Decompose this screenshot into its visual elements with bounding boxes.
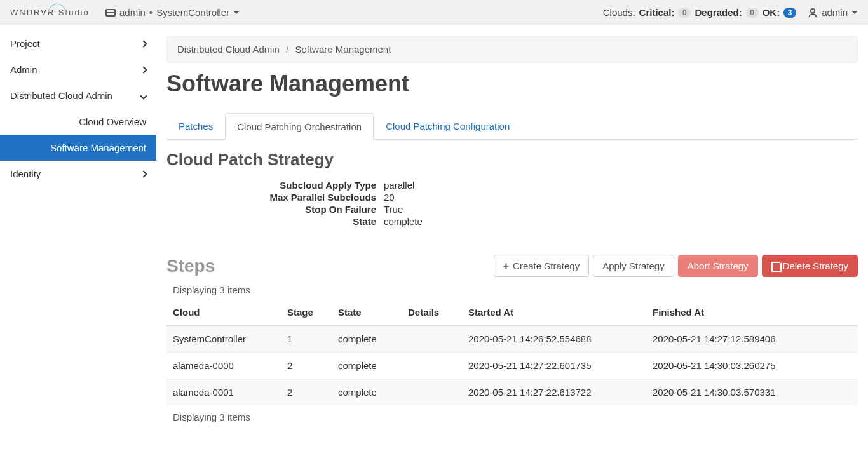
cell-started: 2020-05-21 14:27:22.601735 <box>462 353 646 379</box>
cell-stage: 2 <box>281 353 332 379</box>
degraded-label: Degraded: <box>695 7 742 18</box>
create-strategy-button[interactable]: + Create Strategy <box>494 255 589 277</box>
tab-cloud-patching-orchestration[interactable]: Cloud Patching Orchestration <box>225 113 374 140</box>
cell-stage: 2 <box>281 379 332 406</box>
button-label: Delete Strategy <box>783 260 848 271</box>
cell-cloud: alameda-0001 <box>166 379 281 406</box>
sidebar-sub-software-management[interactable]: Software Management <box>0 135 156 161</box>
sidebar-item-label: Identity <box>10 168 41 179</box>
sidebar-sub-cloud-overview[interactable]: Cloud Overview <box>0 109 156 135</box>
sidebar-item-project[interactable]: Project <box>0 30 156 57</box>
col-cloud[interactable]: Cloud <box>166 299 281 326</box>
apply-strategy-button[interactable]: Apply Strategy <box>593 255 674 277</box>
domain-user: admin <box>119 7 146 18</box>
clouds-label: Clouds: <box>603 7 635 18</box>
cell-finished: 2020-05-21 14:30:03.570331 <box>646 379 858 406</box>
cell-state: complete <box>332 353 402 379</box>
cell-details <box>402 353 462 379</box>
button-row: + Create Strategy Apply Strategy Abort S… <box>494 255 858 277</box>
tab-cloud-patching-configuration[interactable]: Cloud Patching Configuration <box>374 112 522 139</box>
user-menu[interactable]: admin <box>808 7 858 18</box>
cloud-status: Clouds: Critical: 0 Degraded: 0 OK: 3 <box>600 7 796 18</box>
breadcrumb-sep: / <box>286 44 288 55</box>
chevron-right-icon <box>140 66 147 73</box>
user-icon <box>808 8 818 18</box>
sidebar-item-distributed-cloud-admin[interactable]: Distributed Cloud Admin <box>0 83 156 109</box>
state-value: complete <box>384 216 858 227</box>
breadcrumb-current: Software Management <box>295 44 391 55</box>
sidebar-item-admin[interactable]: Admin <box>0 57 156 83</box>
item-count-bottom: Displaying 3 items <box>173 412 858 422</box>
plus-icon: + <box>503 262 509 271</box>
state-label: State <box>166 216 376 227</box>
steps-table: Cloud Stage State Details Started At Fin… <box>166 299 858 405</box>
ok-label: OK: <box>763 7 780 18</box>
cell-finished: 2020-05-21 14:30:03.260275 <box>646 353 858 379</box>
strategy-details: Subcloud Apply Type parallel Max Paralle… <box>166 180 858 227</box>
item-count-top: Displaying 3 items <box>173 285 858 295</box>
page-title: Software Management <box>166 71 858 97</box>
max-parallel-value: 20 <box>384 192 858 203</box>
col-started[interactable]: Started At <box>462 299 646 326</box>
tab-patches[interactable]: Patches <box>166 112 225 139</box>
cell-started: 2020-05-21 14:26:52.554688 <box>462 326 646 353</box>
chevron-down-icon <box>140 92 147 99</box>
sidebar-item-label: Admin <box>10 64 37 75</box>
col-details[interactable]: Details <box>402 299 462 326</box>
steps-header: Steps + Create Strategy Apply Strategy A… <box>166 255 858 277</box>
logo: WNDRVR Studio <box>10 8 105 17</box>
stop-on-failure-label: Stop On Failure <box>166 204 376 215</box>
cell-stage: 1 <box>281 326 332 353</box>
domain-icon <box>105 9 116 17</box>
caret-down-icon <box>851 11 858 14</box>
table-row[interactable]: alameda-00002complete2020-05-21 14:27:22… <box>166 353 858 379</box>
sidebar-item-label: Distributed Cloud Admin <box>10 90 112 101</box>
cell-cloud: alameda-0000 <box>166 353 281 379</box>
button-label: Create Strategy <box>513 260 580 271</box>
table-row[interactable]: SystemController1complete2020-05-21 14:2… <box>166 326 858 353</box>
critical-label: Critical: <box>639 7 675 18</box>
ok-count-badge: 3 <box>783 8 796 18</box>
topbar: WNDRVR Studio admin • SystemController C… <box>0 0 868 25</box>
chevron-right-icon <box>140 170 147 177</box>
max-parallel-label: Max Parallel Subclouds <box>166 192 376 203</box>
cell-finished: 2020-05-21 14:27:12.589406 <box>646 326 858 353</box>
table-row[interactable]: alameda-00012complete2020-05-21 14:27:22… <box>166 379 858 406</box>
degraded-count-badge: 0 <box>746 8 759 18</box>
section-title: Cloud Patch Strategy <box>166 150 858 170</box>
col-finished[interactable]: Finished At <box>646 299 858 326</box>
cell-details <box>402 326 462 353</box>
caret-down-icon <box>233 11 240 14</box>
trash-icon <box>771 262 779 271</box>
chevron-right-icon <box>140 40 147 47</box>
svg-point-0 <box>811 8 815 12</box>
sidebar-item-identity[interactable]: Identity <box>0 161 156 187</box>
breadcrumb-parent[interactable]: Distributed Cloud Admin <box>177 44 280 55</box>
steps-title: Steps <box>166 256 215 276</box>
domain-sep: • <box>149 7 153 18</box>
main-content: Distributed Cloud Admin / Software Manag… <box>156 25 868 436</box>
sidebar-sub-label: Software Management <box>50 142 146 153</box>
cell-state: complete <box>332 379 402 406</box>
logo-arc-icon <box>48 4 66 13</box>
cell-started: 2020-05-21 14:27:22.613722 <box>462 379 646 406</box>
apply-type-value: parallel <box>384 180 858 191</box>
sidebar-sub-label: Cloud Overview <box>79 116 146 127</box>
cell-details <box>402 379 462 406</box>
sidebar-item-label: Project <box>10 38 40 49</box>
tabs: Patches Cloud Patching Orchestration Clo… <box>166 112 858 140</box>
button-label: Apply Strategy <box>602 260 665 271</box>
col-stage[interactable]: Stage <box>281 299 332 326</box>
apply-type-label: Subcloud Apply Type <box>166 180 376 191</box>
col-state[interactable]: State <box>332 299 402 326</box>
breadcrumb: Distributed Cloud Admin / Software Manag… <box>166 36 858 63</box>
user-name: admin <box>822 7 848 18</box>
stop-on-failure-value: True <box>384 204 858 215</box>
cell-cloud: SystemController <box>166 326 281 353</box>
critical-count-badge: 0 <box>678 8 691 18</box>
domain-project: SystemController <box>156 7 229 18</box>
cell-state: complete <box>332 326 402 353</box>
abort-strategy-button[interactable]: Abort Strategy <box>678 255 758 277</box>
delete-strategy-button[interactable]: Delete Strategy <box>762 255 858 277</box>
domain-selector[interactable]: admin • SystemController <box>105 7 240 18</box>
